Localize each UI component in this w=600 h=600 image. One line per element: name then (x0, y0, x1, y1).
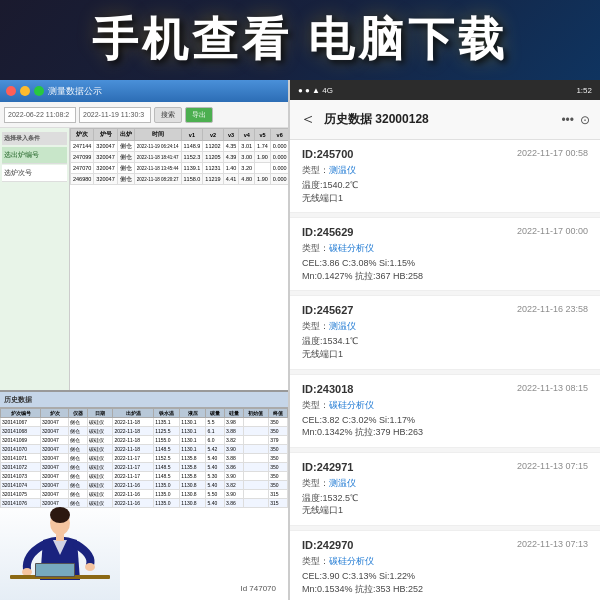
phone-frame: ● ● ▲ 4G 1:52 ＜ 历史数据 32000128 ••• ⊙ ID:2… (290, 80, 600, 600)
sp-cell-3: 碳硅仪 (87, 454, 113, 463)
right-panel: ● ● ▲ 4G 1:52 ＜ 历史数据 32000128 ••• ⊙ ID:2… (290, 80, 600, 600)
back-button[interactable]: ＜ (300, 109, 316, 130)
date-start-input[interactable] (4, 107, 76, 123)
window-title: 测量数据公示 (48, 85, 282, 98)
sp-cell-5: 1135.0 (154, 490, 180, 499)
history-list[interactable]: ID:245700 2022-11-17 00:58 类型：测温仪 温度:154… (290, 140, 600, 600)
window-body: 选择录入条件 选出炉编号 选炉次号 炉次 炉号 (0, 128, 288, 390)
cell-date: 2022-11-18 13:45:44 (134, 163, 181, 174)
sp-cell-8: 3.98 (225, 418, 244, 427)
history-date: 2022-11-13 07:15 (517, 461, 588, 471)
svg-point-2 (22, 568, 32, 576)
sp-cell-7: 6.0 (206, 436, 225, 445)
sp-cell-2: 侧仓 (69, 490, 88, 499)
history-type-name: 测温仪 (329, 321, 356, 331)
sp-cell-4: 2022-11-17 (113, 463, 154, 472)
sp-cell-8: 3.82 (225, 436, 244, 445)
cell-id: 247144 (71, 141, 94, 152)
sp-cell-7: 5.40 (206, 481, 225, 490)
history-data-line2: 无线端口1 (302, 348, 588, 361)
sp-cell-9 (243, 481, 269, 490)
export-button[interactable]: 导出 (185, 107, 213, 123)
sp-col-10: 初始值 (243, 409, 269, 418)
settings-button[interactable]: ⊙ (580, 113, 590, 127)
sp-cell-4: 2022-11-17 (113, 454, 154, 463)
sp-cell-3: 碳硅仪 (87, 427, 113, 436)
window-titlebar: 测量数据公示 (0, 80, 288, 102)
sp-cell-0: 320141074 (1, 481, 41, 490)
history-type: 类型：碳硅分析仪 (302, 399, 588, 412)
history-type-name: 测温仪 (329, 165, 356, 175)
sp-cell-9 (243, 418, 269, 427)
more-options-button[interactable]: ••• (561, 113, 574, 127)
sp-cell-0: 320141067 (1, 418, 41, 427)
sp-cell-2: 侧仓 (69, 463, 88, 472)
history-entry[interactable]: ID:245627 2022-11-16 23:58 类型：测温仪 温度:153… (290, 296, 600, 369)
history-id: ID:242971 (302, 461, 353, 473)
history-date: 2022-11-17 00:00 (517, 226, 588, 236)
sp-cell-6: 1130.8 (180, 490, 206, 499)
history-entry[interactable]: ID:243018 2022-11-13 08:15 类型：碳硅分析仪 CEL:… (290, 375, 600, 448)
sp-cell-3: 碳硅仪 (87, 418, 113, 427)
sp-cell-10: 350 (269, 481, 288, 490)
person-figure (5, 505, 115, 600)
search-button[interactable]: 搜索 (154, 107, 182, 123)
cell-date: 2022-11-18 08:20:27 (134, 174, 181, 185)
sp-cell-0: 320141070 (1, 445, 41, 454)
svg-point-1 (50, 507, 70, 523)
sp-cell-7: 5.5 (206, 418, 225, 427)
sp-cell-7: 5.30 (206, 472, 225, 481)
table-row: 247070 320047 侧仓 2022-11-18 13:45:44 113… (71, 163, 289, 174)
cell-v2: 11219 (203, 174, 223, 185)
spreadsheet-row: 320141067320047侧仓碳硅仪2022-11-181135.11130… (1, 418, 288, 427)
cell-type: 侧仓 (117, 152, 134, 163)
minimize-icon[interactable] (20, 86, 30, 96)
date-end-input[interactable] (79, 107, 151, 123)
main-area: 测量数据公示 搜索 导出 选择录入条件 选出炉编号 选炉次号 (0, 80, 600, 600)
spreadsheet-row: 320141069320047侧仓碳硅仪2022-11-181155.01130… (1, 436, 288, 445)
maximize-icon[interactable] (34, 86, 44, 96)
history-entry[interactable]: ID:242971 2022-11-13 07:15 类型：测温仪 温度:153… (290, 453, 600, 526)
sp-cell-9 (243, 445, 269, 454)
history-data-line2: Mn:0.1342% 抗拉:379 HB:263 (302, 426, 588, 439)
cell-v2: 11202 (203, 141, 223, 152)
history-entry[interactable]: ID:245700 2022-11-17 00:58 类型：测温仪 温度:154… (290, 140, 600, 213)
sp-cell-10: 350 (269, 418, 288, 427)
spreadsheet-row: 320141073320047侧仓碳硅仪2022-11-171148.51135… (1, 472, 288, 481)
history-entry[interactable]: ID:245629 2022-11-17 00:00 类型：碳硅分析仪 CEL:… (290, 218, 600, 291)
close-icon[interactable] (6, 86, 16, 96)
sp-col-9: 硅量 (225, 409, 244, 418)
spreadsheet-title: 历史数据 (4, 395, 32, 405)
sp-col-6: 铁水温 (154, 409, 180, 418)
sp-cell-6: 1130.8 (180, 499, 206, 508)
sp-cell-4: 2022-11-18 (113, 418, 154, 427)
sp-cell-8: 3.86 (225, 499, 244, 508)
history-data-line2: Mn:0.1427% 抗拉:367 HB:258 (302, 270, 588, 283)
sp-col-1: 炉次编号 (1, 409, 41, 418)
cell-v5: 1.74 (255, 141, 271, 152)
sp-cell-0: 320141068 (1, 427, 41, 436)
history-entry[interactable]: ID:242970 2022-11-13 07:13 类型：碳硅分析仪 CEL:… (290, 531, 600, 600)
cell-v4: 3.01 (239, 141, 255, 152)
history-date: 2022-11-16 23:58 (517, 304, 588, 314)
cell-v6: 0.000 (270, 163, 288, 174)
sp-cell-2: 侧仓 (69, 481, 88, 490)
sp-cell-1: 320047 (41, 463, 69, 472)
cell-date: 2022-11-19 06:24:14 (134, 141, 181, 152)
cell-date: 2022-11-18 18:41:47 (134, 152, 181, 163)
sp-cell-2: 侧仓 (69, 454, 88, 463)
sidebar-item-furnace-num[interactable]: 选出炉编号 (2, 147, 67, 164)
cell-type: 侧仓 (117, 174, 134, 185)
left-panel: 测量数据公示 搜索 导出 选择录入条件 选出炉编号 选炉次号 (0, 80, 290, 600)
history-data-line2: 无线端口1 (302, 504, 588, 517)
person-overlay (0, 500, 120, 600)
phone-title: 历史数据 32000128 (324, 111, 553, 128)
cell-v4: 4.80 (239, 174, 255, 185)
sidebar-item-furnace-order[interactable]: 选炉次号 (2, 165, 67, 182)
sp-cell-5: 1135.0 (154, 499, 180, 508)
sidebar-label: 选择录入条件 (2, 132, 67, 145)
sp-cell-10: 350 (269, 454, 288, 463)
cell-v5: 1.90 (255, 152, 271, 163)
sp-cell-0: 320141075 (1, 490, 41, 499)
col-furnace: 炉号 (94, 129, 117, 141)
